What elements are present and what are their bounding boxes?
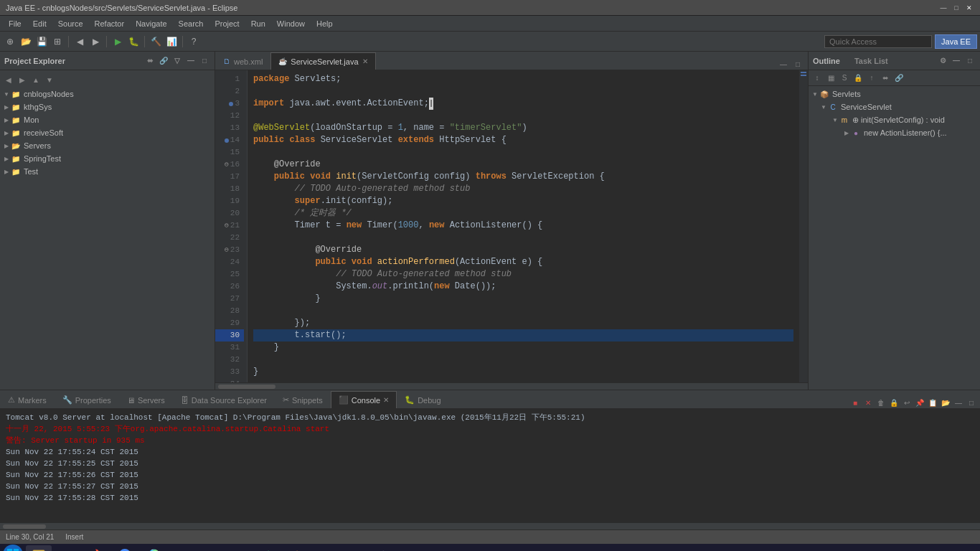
tree-item-cnblogsNodes[interactable]: ▼ 📁 cnblogsNodes xyxy=(0,88,215,100)
profile-button[interactable]: 📊 xyxy=(164,34,179,49)
show-nonpublic-button[interactable]: 🔒 xyxy=(852,72,864,84)
maximize-button[interactable]: □ xyxy=(951,3,961,13)
menu-search[interactable]: Search xyxy=(173,16,209,32)
taskbar-ie-button[interactable]: e xyxy=(55,545,80,551)
hscroll-thumb[interactable] xyxy=(218,385,275,389)
tree-item-Servers[interactable]: ▶ 📂 Servers xyxy=(0,139,215,152)
console-word-wrap-button[interactable]: ↩ xyxy=(901,397,913,408)
taskbar-app11-button[interactable]: ◆ xyxy=(313,545,339,551)
tree-item-kthgSys[interactable]: ▶ 📁 kthgSys xyxy=(0,100,215,113)
tab-debug[interactable]: 🐛 Debug xyxy=(397,391,448,408)
show-fields-button[interactable]: ▦ xyxy=(825,72,837,84)
outline-item-init[interactable]: ▼ m ⊕ init(ServletConfig) : void xyxy=(809,113,980,126)
quick-access-input[interactable] xyxy=(824,35,932,48)
maximize-panel-button[interactable]: □ xyxy=(199,55,210,67)
menu-edit[interactable]: Edit xyxy=(27,16,52,32)
minimize-panel-button[interactable]: — xyxy=(185,55,197,67)
tab-markers[interactable]: ⚠ Markers xyxy=(0,391,55,408)
outline-maximize-button[interactable]: □ xyxy=(964,55,976,67)
tree-item-Mon[interactable]: ▶ 📁 Mon xyxy=(0,113,215,126)
save-button[interactable]: 💾 xyxy=(34,34,49,49)
console-stop-button[interactable]: ■ xyxy=(849,397,861,408)
link-editor-outline-button[interactable]: 🔗 xyxy=(893,72,905,84)
tab-console[interactable]: ⬛ Console ✕ xyxy=(331,391,397,408)
taskbar-app8-button[interactable]: ◉ xyxy=(227,545,253,551)
taskbar-app12-button[interactable]: ◎ xyxy=(341,545,367,551)
taskbar-explorer-button[interactable] xyxy=(26,545,52,551)
tree-item-Test[interactable]: ▶ 📁 Test xyxy=(0,165,215,178)
menu-run[interactable]: Run xyxy=(245,16,271,32)
sort-button[interactable]: ↕ xyxy=(811,72,823,84)
collapse-all-outline-button[interactable]: ⬌ xyxy=(880,72,891,84)
outline-item-actionlistener[interactable]: ▶ ● new ActionListener() {... xyxy=(809,126,980,139)
taskbar-app7-button[interactable]: ♦ xyxy=(198,545,224,551)
console-pin-button[interactable]: 📌 xyxy=(914,397,925,408)
tab-servers[interactable]: 🖥 Servers xyxy=(119,391,173,408)
link-editor-button[interactable]: 🔗 xyxy=(158,55,169,67)
console-maximize-button[interactable]: □ xyxy=(966,397,977,408)
collapse-all-button[interactable]: ⬌ xyxy=(144,55,156,67)
taskbar-app3-button[interactable]: 🔥 xyxy=(83,545,109,551)
console-clear-button[interactable]: 🗑 xyxy=(875,397,887,408)
line-32: 32 xyxy=(215,354,244,366)
tab-snippets[interactable]: ✂ Snippets xyxy=(275,391,331,408)
console-tab-close[interactable]: ✕ xyxy=(383,396,389,404)
tree-item-SpringTest[interactable]: ▶ 📁 SpringTest xyxy=(0,152,215,165)
close-button[interactable]: ✕ xyxy=(964,3,974,13)
outline-item-servlets[interactable]: ▼ 📦 Servlets xyxy=(809,88,980,100)
start-button[interactable] xyxy=(3,545,23,551)
taskbar-app5-button[interactable]: 🌍 xyxy=(141,545,166,551)
tree-forward-button[interactable]: ▶ xyxy=(17,74,28,85)
tree-down-button[interactable]: ▼ xyxy=(44,74,55,85)
outline-minimize-button[interactable]: — xyxy=(951,55,962,67)
menu-source[interactable]: Source xyxy=(52,16,89,32)
console-output: Tomcat v8.0 Server at localhost [Apache … xyxy=(0,409,980,522)
console-hscroll[interactable] xyxy=(0,522,980,529)
console-hscroll-thumb[interactable] xyxy=(3,524,46,529)
tab-properties[interactable]: 🔧 Properties xyxy=(55,391,119,408)
open-button[interactable]: 📂 xyxy=(19,34,33,49)
back-button[interactable]: ◀ xyxy=(72,34,87,49)
editor-maximize-button[interactable]: □ xyxy=(792,58,804,70)
code-editor[interactable]: package Servlets; import java.awt.event.… xyxy=(248,70,799,382)
menu-refactor[interactable]: Refactor xyxy=(89,16,131,32)
console-scroll-lock-button[interactable]: 🔒 xyxy=(888,397,900,408)
tab-serviceservlet[interactable]: ☕ ServiceServlet.java ✕ xyxy=(270,52,375,70)
menu-project[interactable]: Project xyxy=(209,16,245,32)
build-button[interactable]: 🔨 xyxy=(149,34,163,49)
forward-button[interactable]: ▶ xyxy=(88,34,103,49)
console-open-file-button[interactable]: 📂 xyxy=(940,397,951,408)
new-button[interactable]: ⊕ xyxy=(3,34,17,49)
run-button[interactable]: ▶ xyxy=(110,34,125,49)
taskbar-app6-button[interactable]: ◈ xyxy=(169,545,195,551)
editor-minimize-button[interactable]: — xyxy=(778,58,789,70)
editor-hscroll[interactable] xyxy=(215,382,808,390)
show-static-button[interactable]: S xyxy=(839,72,850,84)
tree-up-button[interactable]: ▲ xyxy=(30,74,42,85)
show-inherited-button[interactable]: ↑ xyxy=(866,72,877,84)
menu-help[interactable]: Help xyxy=(311,16,339,32)
perspective-button[interactable]: Java EE xyxy=(935,34,977,49)
taskbar-chrome-button[interactable] xyxy=(112,545,138,551)
tree-item-receiveSoft[interactable]: ▶ 📁 receiveSoft xyxy=(0,126,215,139)
tab-datasource[interactable]: 🗄 Data Source Explorer xyxy=(173,391,275,408)
menu-window[interactable]: Window xyxy=(271,16,311,32)
debug-button[interactable]: 🐛 xyxy=(126,34,141,49)
console-minimize-button[interactable]: — xyxy=(953,397,964,408)
outline-item-serviceservlet[interactable]: ▼ C ServiceServlet xyxy=(809,100,980,113)
view-menu-button[interactable]: ▽ xyxy=(171,55,183,67)
help-button[interactable]: ? xyxy=(187,34,201,49)
outline-toolbar-button[interactable]: ⚙ xyxy=(937,55,948,67)
save-all-button[interactable]: ⊞ xyxy=(50,34,65,49)
console-terminate-button[interactable]: ✕ xyxy=(862,397,874,408)
minimize-button[interactable]: — xyxy=(938,3,948,13)
tree-back-button[interactable]: ◀ xyxy=(3,74,14,85)
taskbar-gear-button[interactable]: ⚙ xyxy=(370,545,396,551)
menu-file[interactable]: File xyxy=(3,16,27,32)
taskbar-app9-button[interactable]: ⬡ xyxy=(255,545,281,551)
tab-close-button[interactable]: ✕ xyxy=(362,57,368,65)
taskbar-app10-button[interactable]: ⬢ xyxy=(284,545,310,551)
tab-web-xml[interactable]: 🗋 web.xml xyxy=(215,52,270,70)
menu-navigate[interactable]: Navigate xyxy=(130,16,172,32)
console-display-selected-button[interactable]: 📋 xyxy=(927,397,938,408)
